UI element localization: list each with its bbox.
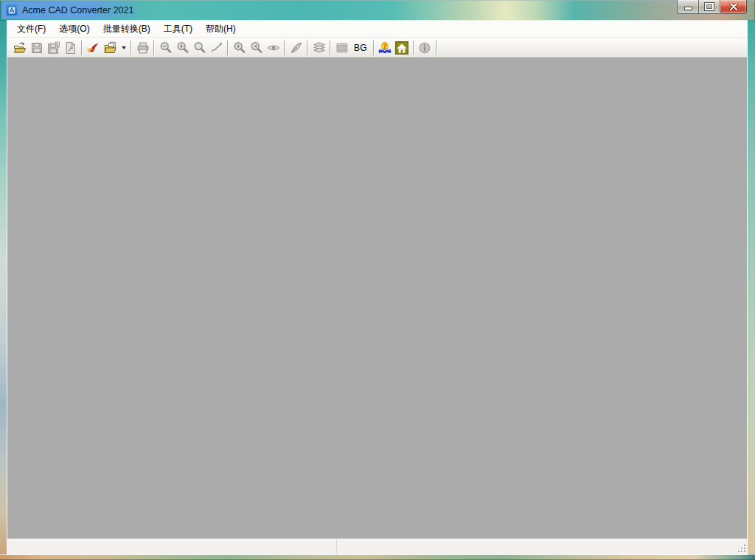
- batch-folder-icon: [104, 41, 117, 55]
- drawing-canvas: [7, 57, 747, 539]
- zoom-out-icon: [159, 41, 173, 55]
- toolbar-separator: [413, 41, 414, 55]
- toolbar-separator: [153, 41, 155, 55]
- toolbar-separator: [436, 41, 437, 55]
- window-content: 文件(F)选项(O)批量转换(B)工具(T)帮助(H) BG?: [7, 21, 747, 554]
- plume-icon: [290, 41, 303, 55]
- menu-item-tools[interactable]: 工具(T): [157, 21, 199, 37]
- toolbar: BG?: [7, 37, 747, 57]
- pdf-convert-icon: [87, 41, 100, 55]
- window-border-left: [0, 21, 7, 554]
- toolbar-separator: [81, 41, 83, 55]
- zoom-extents-button: [191, 39, 208, 56]
- statusbar-right-pane: [337, 539, 747, 554]
- toolbar-separator: [284, 41, 285, 55]
- toolbar-separator: [373, 41, 375, 55]
- minimize-button[interactable]: [677, 0, 698, 14]
- print-button: [134, 39, 151, 56]
- printer-icon: [136, 41, 150, 55]
- close-icon: [729, 3, 738, 10]
- zoom-previous-button: [248, 39, 265, 56]
- zoom-dynamic-button: [208, 39, 225, 56]
- bg-color-toggle-button[interactable]: BG: [350, 43, 371, 53]
- toolbar-separator: [307, 41, 308, 55]
- zoom-in-icon: [176, 41, 189, 55]
- background-grid-icon: [335, 41, 349, 55]
- app-window: Acme CAD Converter 2021 文件(F)选项(O)批量转换(B…: [0, 0, 755, 560]
- titlebar[interactable]: Acme CAD Converter 2021: [0, 0, 755, 21]
- save-icon: [30, 41, 44, 55]
- zoom-extents-icon: [193, 41, 206, 55]
- home-page-button[interactable]: [394, 39, 411, 56]
- menu-item-file[interactable]: 文件(F): [10, 21, 52, 37]
- save-all-icon: [47, 41, 60, 55]
- resize-grip[interactable]: [737, 544, 745, 552]
- zoom-window-button: [231, 39, 248, 56]
- statusbar-left-pane: [7, 539, 337, 554]
- convert-to-pdf-button[interactable]: [85, 39, 102, 56]
- help-topics-button[interactable]: ?: [377, 39, 394, 56]
- zoom-dynamic-icon: [210, 41, 223, 55]
- toolbar-separator: [330, 41, 331, 55]
- view-button: [265, 39, 282, 56]
- about-button: [417, 39, 434, 56]
- statusbar: [7, 539, 747, 554]
- zoom-window-icon: [233, 41, 246, 55]
- batch-convert-dropdown-button[interactable]: [119, 40, 128, 56]
- layers-icon: [313, 41, 326, 55]
- export-button: [62, 39, 79, 56]
- zoom-out-button: [157, 39, 174, 56]
- background-button: [333, 39, 350, 56]
- menu-item-options[interactable]: 选项(O): [52, 21, 96, 37]
- help-book-icon: ?: [378, 41, 392, 55]
- open-file-button[interactable]: [11, 39, 28, 56]
- home-icon: [395, 41, 408, 55]
- window-border-right: [747, 21, 755, 554]
- zoom-previous-icon: [250, 41, 263, 55]
- save-all-button: [45, 39, 62, 56]
- save-button: [28, 39, 45, 56]
- menu-item-batch-convert[interactable]: 批量转换(B): [97, 21, 157, 37]
- window-title: Acme CAD Converter 2021: [22, 0, 133, 21]
- minimize-icon: [685, 7, 692, 10]
- zoom-in-button: [174, 39, 191, 56]
- toolbar-separator: [131, 41, 132, 55]
- open-folder-icon: [13, 41, 27, 55]
- window-border-bottom: [0, 554, 755, 560]
- caption-buttons: [677, 0, 747, 14]
- menu-item-help[interactable]: 帮助(H): [199, 21, 243, 37]
- batch-convert-button[interactable]: [102, 39, 119, 56]
- markup-button: [288, 39, 305, 56]
- eye-icon: [267, 41, 280, 55]
- info-icon: [418, 41, 431, 55]
- svg-text:?: ?: [383, 41, 387, 49]
- chevron-down-icon: [122, 46, 126, 49]
- maximize-button[interactable]: [698, 0, 720, 14]
- menubar: 文件(F)选项(O)批量转换(B)工具(T)帮助(H): [7, 21, 747, 37]
- export-page-icon: [64, 41, 77, 55]
- maximize-icon: [705, 3, 714, 10]
- acme-cad-app-icon[interactable]: [6, 4, 18, 16]
- layers-button: [310, 39, 327, 56]
- toolbar-separator: [227, 41, 229, 55]
- close-button[interactable]: [720, 0, 747, 14]
